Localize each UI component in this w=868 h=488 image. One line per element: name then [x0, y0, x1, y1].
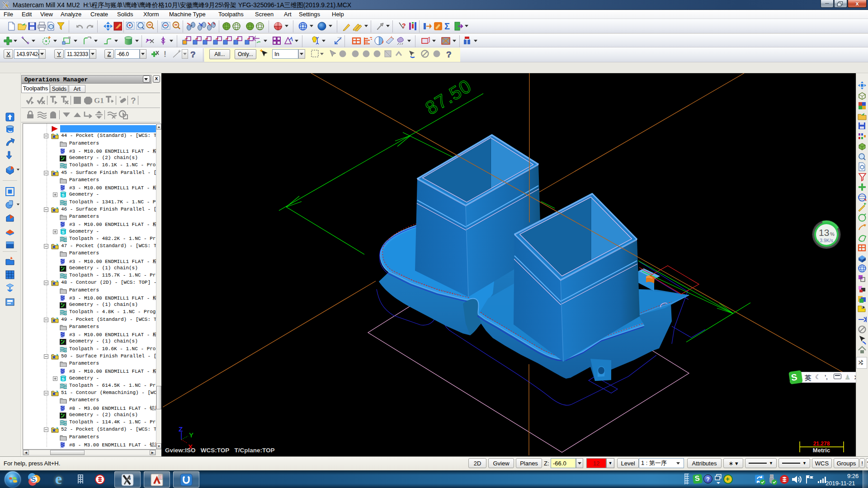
svg-text:Metric: Metric	[813, 447, 830, 454]
svg-text:G1: G1	[94, 96, 104, 105]
svg-text:Y: Y	[189, 431, 193, 439]
svg-text:10: 10	[159, 477, 162, 479]
svg-text:S: S	[31, 475, 36, 484]
svg-text:S: S	[61, 193, 64, 197]
svg-text:Σ: Σ	[444, 21, 450, 31]
svg-text:?: ?	[190, 50, 196, 59]
svg-text:!: !	[164, 50, 166, 59]
svg-text:S: S	[61, 230, 64, 235]
svg-text:S: S	[61, 377, 64, 381]
svg-text:21.278: 21.278	[813, 441, 830, 447]
svg-text:?: ?	[131, 96, 136, 105]
svg-text:Gview:ISO WCS:TOP T/Cplane: Gview:ISO WCS:TOP T/Cplane:TOP	[165, 447, 275, 454]
svg-text:?: ?	[402, 22, 406, 29]
svg-text:Z: Z	[179, 425, 183, 433]
svg-text:4: 4	[128, 475, 131, 481]
svg-text:?: ?	[446, 50, 452, 59]
